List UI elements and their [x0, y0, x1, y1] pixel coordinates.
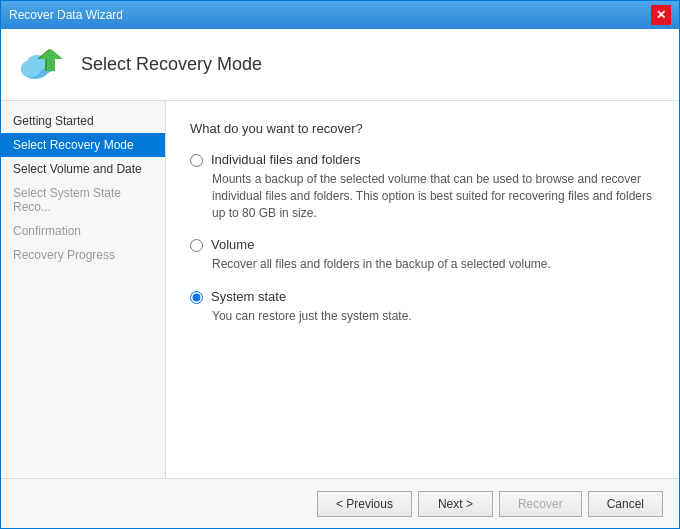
option-desc-volume: Recover all files and folders in the bac…	[212, 256, 655, 273]
window-title: Recover Data Wizard	[9, 8, 123, 22]
previous-button[interactable]: < Previous	[317, 491, 412, 517]
option-group-system-state: System state You can restore just the sy…	[190, 289, 655, 325]
radio-individual-files[interactable]	[190, 154, 203, 167]
wizard-icon	[17, 41, 65, 89]
recover-button[interactable]: Recover	[499, 491, 582, 517]
svg-point-3	[21, 61, 41, 77]
next-button[interactable]: Next >	[418, 491, 493, 517]
question-label: What do you want to recover?	[190, 121, 655, 136]
close-button[interactable]: ✕	[651, 5, 671, 25]
sidebar-item-recovery-progress: Recovery Progress	[1, 243, 165, 267]
option-desc-individual-files: Mounts a backup of the selected volume t…	[212, 171, 655, 221]
sidebar-item-select-recovery-mode[interactable]: Select Recovery Mode	[1, 133, 165, 157]
sidebar-item-select-volume-date[interactable]: Select Volume and Date	[1, 157, 165, 181]
radio-system-state[interactable]	[190, 291, 203, 304]
option-label-system-state[interactable]: System state	[211, 289, 286, 304]
option-group-individual-files: Individual files and folders Mounts a ba…	[190, 152, 655, 221]
option-label-individual-files[interactable]: Individual files and folders	[211, 152, 361, 167]
sidebar-item-confirmation: Confirmation	[1, 219, 165, 243]
content-area: Getting Started Select Recovery Mode Sel…	[1, 101, 679, 478]
sidebar-item-getting-started[interactable]: Getting Started	[1, 109, 165, 133]
title-bar: Recover Data Wizard ✕	[1, 1, 679, 29]
option-row-system-state: System state	[190, 289, 655, 304]
wizard-footer: < Previous Next > Recover Cancel	[1, 478, 679, 528]
option-row-volume: Volume	[190, 237, 655, 252]
radio-volume[interactable]	[190, 239, 203, 252]
sidebar-item-select-system-state: Select System State Reco...	[1, 181, 165, 219]
option-row-individual-files: Individual files and folders	[190, 152, 655, 167]
wizard-window: Recover Data Wizard ✕ Select Recovery Mo…	[0, 0, 680, 529]
main-content: What do you want to recover? Individual …	[166, 101, 679, 478]
wizard-header: Select Recovery Mode	[1, 29, 679, 101]
option-label-volume[interactable]: Volume	[211, 237, 254, 252]
wizard-header-title: Select Recovery Mode	[81, 54, 262, 75]
sidebar: Getting Started Select Recovery Mode Sel…	[1, 101, 166, 478]
cancel-button[interactable]: Cancel	[588, 491, 663, 517]
option-desc-system-state: You can restore just the system state.	[212, 308, 655, 325]
option-group-volume: Volume Recover all files and folders in …	[190, 237, 655, 273]
